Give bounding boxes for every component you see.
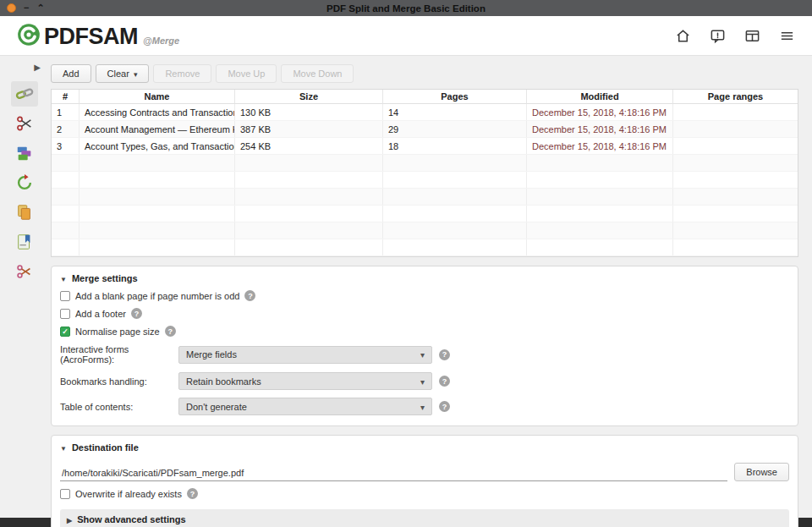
table-empty-row <box>52 172 798 189</box>
home-button[interactable] <box>675 28 691 44</box>
help-icon[interactable] <box>165 326 176 337</box>
workspace-icon <box>744 28 760 44</box>
column-header-modified[interactable]: Modified <box>527 90 673 104</box>
file-table: # Name Size Pages Modified Page ranges 1… <box>51 89 798 257</box>
cell-num: 2 <box>52 121 80 137</box>
chevron-down-icon <box>420 376 425 387</box>
sidebar-item-merge[interactable] <box>11 81 38 107</box>
sidebar-item-split-size[interactable] <box>11 259 38 284</box>
cell-num: 1 <box>52 104 80 120</box>
help-icon[interactable] <box>439 401 450 412</box>
feedback-icon <box>710 28 726 44</box>
help-icon[interactable] <box>244 290 255 301</box>
show-advanced-settings-toggle[interactable]: Show advanced settings <box>60 509 789 527</box>
column-header-pages[interactable]: Pages <box>383 90 527 104</box>
cell-modified: December 15, 2018, 4:18:16 PM <box>527 104 673 120</box>
table-row[interactable]: 1 Accessing Contracts and Transaction...… <box>52 104 798 121</box>
bookmarks-label: Bookmarks handling: <box>60 376 178 387</box>
app-title: PDFSAM <box>44 25 138 48</box>
file-list-toolbar: Add Clear Remove Move Up Move Down <box>51 64 798 83</box>
rotate-icon <box>15 173 34 192</box>
collapse-closed-icon <box>67 514 72 524</box>
move-up-button[interactable]: Move Up <box>216 64 277 83</box>
merge-settings-header[interactable]: Merge settings <box>60 273 789 283</box>
chevron-down-icon <box>134 69 138 79</box>
help-icon[interactable] <box>439 349 450 360</box>
clear-button[interactable]: Clear <box>96 64 150 83</box>
merge-chain-icon <box>15 85 34 103</box>
workspace-button[interactable] <box>744 28 760 44</box>
cell-pages: 29 <box>383 121 527 137</box>
app-header: PDFSAM @Merge <box>0 16 812 56</box>
pdfsam-logo-icon <box>17 23 41 47</box>
destination-path-input[interactable] <box>60 465 727 481</box>
column-header-size[interactable]: Size <box>235 90 383 104</box>
move-down-button[interactable]: Move Down <box>281 64 354 83</box>
extract-icon <box>15 203 34 222</box>
help-icon[interactable] <box>131 308 142 319</box>
app-logo: PDFSAM @Merge <box>17 23 179 48</box>
split-by-size-icon <box>15 262 34 281</box>
split-by-bookmarks-icon <box>15 233 34 251</box>
cell-pages: 18 <box>383 138 527 154</box>
table-empty-row <box>52 239 798 256</box>
sidebar-expand-button[interactable]: ▶ <box>34 63 41 72</box>
cell-size: 387 KB <box>235 121 383 137</box>
feedback-button[interactable] <box>710 28 726 44</box>
destination-file-header[interactable]: Destination file <box>60 442 789 453</box>
module-sidebar: ▶ <box>0 56 49 518</box>
overwrite-checkbox[interactable] <box>60 489 70 499</box>
sidebar-item-rotate[interactable] <box>11 170 38 195</box>
cell-name: Account Management — Ethereum H... <box>80 121 235 137</box>
column-header-name[interactable]: Name <box>80 90 235 104</box>
help-icon[interactable] <box>439 376 450 387</box>
column-header-page-ranges[interactable]: Page ranges <box>673 90 798 104</box>
normalise-page-size-label: Normalise page size <box>75 327 160 337</box>
browse-button[interactable]: Browse <box>734 463 789 481</box>
toc-label: Table of contents: <box>60 402 178 412</box>
cell-name: Accessing Contracts and Transaction... <box>80 104 235 120</box>
table-row[interactable]: 3 Account Types, Gas, and Transaction...… <box>52 138 798 155</box>
cell-modified: December 15, 2018, 4:18:16 PM <box>527 121 673 137</box>
module-name: @Merge <box>143 36 179 46</box>
chevron-down-icon <box>420 402 425 412</box>
help-icon[interactable] <box>187 488 198 499</box>
table-empty-row <box>52 222 798 239</box>
cell-pages: 14 <box>383 104 527 120</box>
cell-modified: December 15, 2018, 4:18:16 PM <box>527 138 673 154</box>
table-empty-row <box>52 206 798 222</box>
sidebar-item-split-bookmarks[interactable] <box>11 229 38 255</box>
footer-label: Add a footer <box>75 309 126 319</box>
cell-page-ranges[interactable] <box>673 138 798 154</box>
cell-size: 130 KB <box>235 104 383 120</box>
column-header-num[interactable]: # <box>52 90 80 104</box>
menu-button[interactable] <box>779 28 795 44</box>
footer-checkbox[interactable] <box>60 309 70 319</box>
sidebar-item-split[interactable] <box>11 111 38 136</box>
cell-name: Account Types, Gas, and Transaction... <box>80 138 235 154</box>
hamburger-menu-icon <box>779 28 795 44</box>
table-row[interactable]: 2 Account Management — Ethereum H... 387… <box>52 121 798 138</box>
normalise-page-size-checkbox[interactable] <box>60 327 70 337</box>
remove-button[interactable]: Remove <box>153 64 211 83</box>
cell-page-ranges[interactable] <box>673 104 798 120</box>
bookmarks-select[interactable]: Retain bookmarks <box>178 372 432 390</box>
split-scissors-icon <box>15 114 34 133</box>
destination-file-panel: Destination file Browse Overwrite if alr… <box>51 435 798 527</box>
table-header-row: # Name Size Pages Modified Page ranges <box>52 90 798 104</box>
window-title: PDF Split and Merge Basic Edition <box>0 3 812 14</box>
blank-page-label: Add a blank page if page number is odd <box>75 291 239 301</box>
sidebar-item-alternate-mix[interactable] <box>11 140 38 166</box>
sidebar-item-extract[interactable] <box>11 200 38 225</box>
toc-select[interactable]: Don't generate <box>178 398 432 415</box>
blank-page-checkbox[interactable] <box>60 291 70 301</box>
cell-size: 254 KB <box>235 138 383 154</box>
table-empty-row <box>52 155 798 172</box>
collapse-open-icon <box>60 273 67 283</box>
cell-page-ranges[interactable] <box>673 121 798 137</box>
acroforms-select[interactable]: Merge fields <box>178 346 432 364</box>
collapse-open-icon <box>60 442 67 453</box>
acroforms-label: Interactive forms (AcroForms): <box>60 344 178 365</box>
overwrite-label: Overwrite if already exists <box>75 489 182 499</box>
add-button[interactable]: Add <box>51 64 91 83</box>
